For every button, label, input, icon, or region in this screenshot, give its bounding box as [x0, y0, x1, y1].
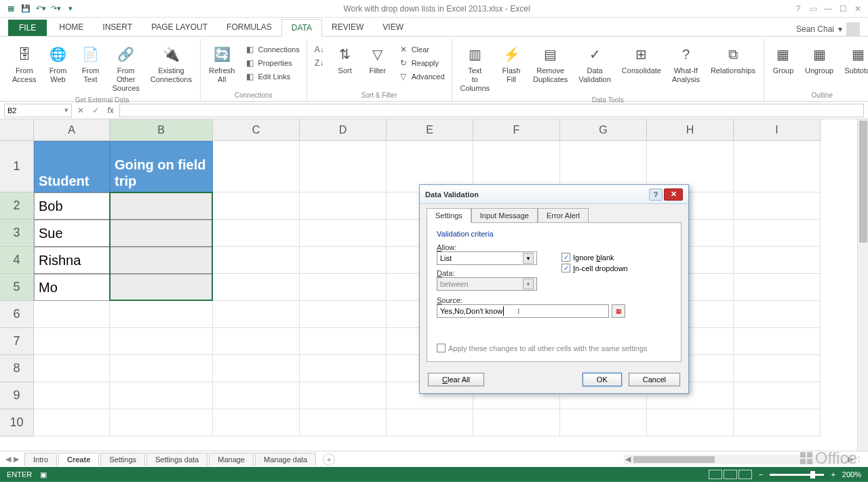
reapply-button[interactable]: ↻Reapply — [395, 57, 448, 69]
cell-H10[interactable] — [647, 409, 734, 436]
ribbon-tab-review[interactable]: REVIEW — [322, 19, 373, 36]
flash-fill-button[interactable]: ⚡FlashFill — [496, 42, 526, 85]
row-header-10[interactable]: 10 — [0, 409, 34, 436]
text-to-columns-button[interactable]: ▥Textto Columns — [456, 42, 494, 95]
cell-C10[interactable] — [213, 409, 300, 436]
dialog-tab-settings[interactable]: Settings — [427, 208, 471, 223]
sheet-tab-manage[interactable]: Manage — [209, 453, 254, 466]
zoom-level[interactable]: 200% — [842, 470, 861, 479]
macro-record-icon[interactable]: ▣ — [40, 470, 47, 479]
refresh-all-button[interactable]: 🔄Refresh All — [205, 42, 239, 85]
connections-button[interactable]: ◧Connections — [242, 43, 302, 56]
cell-A4[interactable]: Rishna — [34, 247, 110, 274]
zoom-slider[interactable] — [770, 474, 824, 476]
relationships-button[interactable]: ⧉Relationships — [707, 42, 760, 77]
vertical-scrollbar[interactable] — [857, 119, 868, 451]
dialog-close-button[interactable]: ✕ — [664, 188, 683, 201]
ribbon-options-icon[interactable]: ▭ — [807, 3, 819, 15]
save-icon[interactable]: 💾 — [20, 3, 31, 14]
sort-az-button[interactable]: A↓ — [311, 43, 328, 56]
cell-C8[interactable] — [213, 355, 300, 382]
cell-C9[interactable] — [213, 382, 300, 409]
cell-B6[interactable] — [110, 301, 213, 328]
cell-B8[interactable] — [110, 355, 213, 382]
remove-duplicates-button[interactable]: ▤RemoveDuplicates — [529, 42, 572, 85]
col-header-B[interactable]: B — [110, 119, 213, 141]
col-header-E[interactable]: E — [387, 119, 473, 141]
row-header-1[interactable]: 1 — [0, 141, 34, 192]
cell-B3[interactable] — [110, 220, 213, 247]
properties-button[interactable]: ◧Properties — [242, 57, 302, 69]
tab-nav-next-icon[interactable]: ▶ — [14, 455, 19, 464]
redo-icon[interactable]: ↷▾ — [50, 3, 61, 14]
from-text-button[interactable]: 📄FromText — [75, 42, 105, 85]
cell-B1[interactable]: Going on field trip — [110, 141, 213, 192]
cell-I7[interactable] — [734, 328, 821, 355]
cell-I8[interactable] — [734, 355, 821, 382]
col-header-C[interactable]: C — [213, 119, 300, 141]
from-other-sources-button[interactable]: 🔗FromOther Sources — [108, 42, 143, 95]
normal-view-button[interactable] — [709, 470, 722, 479]
enter-formula-icon[interactable]: ✓ — [90, 104, 102, 117]
cell-I10[interactable] — [734, 409, 821, 436]
dialog-title-bar[interactable]: Data Validation ? ✕ — [420, 185, 688, 204]
cell-A6[interactable] — [34, 301, 110, 328]
cell-I4[interactable] — [734, 247, 821, 274]
help-icon[interactable]: ? — [792, 3, 804, 15]
cell-B2[interactable] — [110, 192, 213, 220]
cell-D10[interactable] — [300, 409, 387, 436]
ignore-blank-checkbox[interactable]: ✓Ignore blank — [561, 253, 628, 262]
zoom-in-button[interactable]: + — [831, 470, 835, 479]
consolidate-button[interactable]: ⊞Consolidate — [618, 42, 665, 77]
cell-B9[interactable] — [110, 382, 213, 409]
ok-button[interactable]: OK — [583, 373, 622, 386]
group-button[interactable]: ▦Group — [768, 42, 798, 77]
cell-A10[interactable] — [34, 409, 110, 436]
col-header-D[interactable]: D — [300, 119, 387, 141]
col-header-G[interactable]: G — [560, 119, 647, 141]
cell-D7[interactable] — [300, 328, 387, 355]
new-sheet-button[interactable]: + — [323, 453, 335, 466]
cell-G10[interactable] — [560, 409, 647, 436]
range-select-button[interactable]: ▦ — [612, 304, 625, 318]
row-header-2[interactable]: 2 — [0, 192, 34, 220]
clear-button[interactable]: ✕Clear — [395, 43, 448, 56]
cell-A5[interactable]: Mo — [34, 274, 110, 301]
ribbon-tab-view[interactable]: VIEW — [373, 19, 413, 36]
clear-all-button[interactable]: Clear All — [428, 373, 484, 386]
cell-E10[interactable] — [387, 409, 473, 436]
user-dropdown-icon[interactable]: ▾ — [838, 24, 842, 34]
ribbon-tab-page-layout[interactable]: PAGE LAYOUT — [142, 19, 217, 36]
sheet-tab-intro[interactable]: Intro — [24, 453, 57, 466]
row-header-5[interactable]: 5 — [0, 274, 34, 301]
col-header-H[interactable]: H — [647, 119, 734, 141]
existing-connections-button[interactable]: 🔌ExistingConnections — [146, 42, 196, 85]
advanced-button[interactable]: ▽Advanced — [395, 70, 448, 83]
ungroup-button[interactable]: ▦Ungroup — [801, 42, 837, 77]
maximize-icon[interactable]: ☐ — [837, 3, 849, 15]
tab-nav-prev-icon[interactable]: ◀ — [5, 455, 11, 464]
row-header-4[interactable]: 4 — [0, 247, 34, 274]
dialog-tab-error-alert[interactable]: Error Alert — [538, 208, 589, 223]
source-input[interactable]: Yes,No,Don't knowI — [437, 304, 609, 318]
cell-I9[interactable] — [734, 382, 821, 409]
fx-icon[interactable]: fx — [104, 104, 117, 117]
filter-button[interactable]: ▽Filter — [363, 42, 393, 77]
ribbon-tab-home[interactable]: HOME — [50, 19, 93, 36]
close-icon[interactable]: ✕ — [852, 3, 864, 15]
subtotal-button[interactable]: ▦Subtotal — [840, 42, 868, 77]
zoom-out-button[interactable]: − — [759, 470, 763, 479]
cell-C3[interactable] — [213, 220, 300, 247]
cell-F10[interactable] — [473, 409, 560, 436]
cell-A1[interactable]: Student — [34, 141, 110, 192]
cell-C7[interactable] — [213, 328, 300, 355]
sort-button[interactable]: ⇅Sort — [330, 42, 360, 77]
user-account[interactable]: Sean Chai ▾ — [796, 22, 860, 36]
cell-D2[interactable] — [300, 192, 387, 220]
sort-za-button[interactable]: Z↓ — [311, 57, 328, 69]
cell-C1[interactable] — [213, 141, 300, 192]
cell-B10[interactable] — [110, 409, 213, 436]
cell-C6[interactable] — [213, 301, 300, 328]
cell-I3[interactable] — [734, 220, 821, 247]
cell-A2[interactable]: Bob — [34, 192, 110, 220]
